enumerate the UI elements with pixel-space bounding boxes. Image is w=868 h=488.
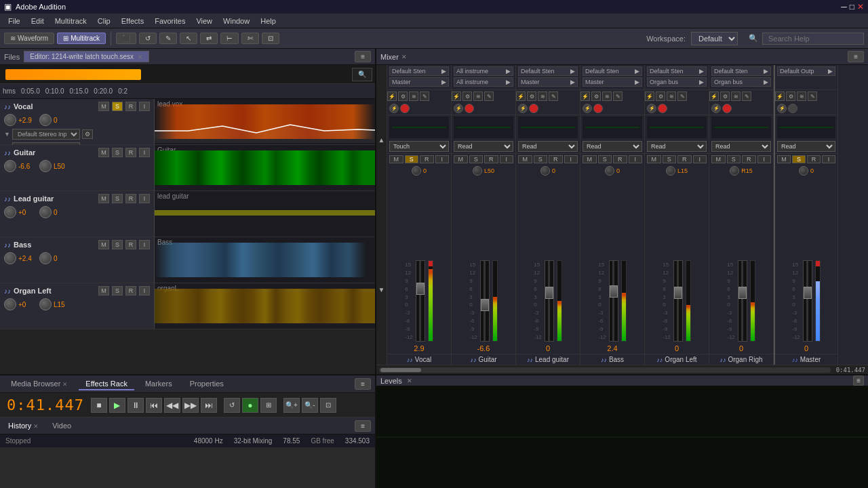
track-volume-knob[interactable] <box>4 160 16 172</box>
maximize-button[interactable]: □ <box>850 2 854 12</box>
zoom-fit-button[interactable]: ⬛ <box>116 33 136 44</box>
fx-pen-btn[interactable]: ✎ <box>484 92 494 101</box>
mixer-tab-close[interactable]: ✕ <box>401 54 407 60</box>
track-r-btn[interactable]: R <box>125 240 136 249</box>
sub-panel-menu-btn[interactable]: ≡ <box>355 420 371 432</box>
track-pan-knob[interactable] <box>39 160 52 172</box>
history-close[interactable]: ✕ <box>33 423 39 430</box>
fx-power-btn[interactable]: ⚡ <box>709 92 719 101</box>
tool-trim[interactable]: ⊢ <box>220 33 239 44</box>
route-bottom[interactable]: Master ▶ <box>583 77 642 87</box>
levels-tab-close[interactable]: ✕ <box>407 378 412 384</box>
overview-bar[interactable] <box>5 69 141 80</box>
track-pan-knob[interactable] <box>39 206 52 218</box>
fx-pen-btn[interactable]: ✎ <box>613 92 623 101</box>
workspace-select[interactable]: Default <box>691 32 738 45</box>
ch-m-btn[interactable]: M <box>454 155 468 163</box>
fx-eq-btn[interactable]: ≋ <box>409 92 418 101</box>
bottom-panel-menu-btn[interactable]: ≡ <box>355 378 371 390</box>
ch-r-btn[interactable]: R <box>613 155 627 163</box>
ch-s-btn[interactable]: S <box>792 155 806 163</box>
track-content-vocal[interactable]: lead vox <box>155 99 375 144</box>
track-i-btn[interactable]: I <box>139 148 150 157</box>
tab-effects-rack[interactable]: Effects Rack <box>79 378 134 390</box>
track-volume-knob[interactable] <box>4 114 16 126</box>
fx-gear-btn[interactable]: ⚙ <box>786 92 795 101</box>
automation-select[interactable]: Read <box>647 141 707 152</box>
pan-knob[interactable] <box>666 166 675 176</box>
track-m-btn[interactable]: M <box>98 148 109 157</box>
fx-gear-btn[interactable]: ⚙ <box>462 92 472 101</box>
menu-file[interactable]: File <box>3 16 26 26</box>
route-top[interactable]: Default Sten ▶ <box>647 66 707 76</box>
editor-tab[interactable]: Editor: 1214-write latch touch.sesx ✕ <box>24 51 149 62</box>
minimize-button[interactable]: ─ <box>841 2 847 12</box>
fx-eq-btn[interactable]: ≋ <box>538 92 547 101</box>
track-s-btn[interactable]: S <box>112 240 123 249</box>
tool-move[interactable]: ⇄ <box>200 33 218 44</box>
pan-knob[interactable] <box>412 166 421 176</box>
automation-select[interactable]: Read <box>518 141 578 152</box>
fx-gear-btn[interactable]: ⚙ <box>656 92 665 101</box>
fx-eq-btn[interactable]: ≋ <box>602 92 612 101</box>
menu-window[interactable]: Window <box>218 16 255 26</box>
scroll-down-btn[interactable]: ▼ <box>378 286 385 293</box>
play-btn[interactable]: ▶ <box>109 398 125 413</box>
fader-strip[interactable] <box>673 260 683 342</box>
send-power-btn[interactable]: ⚡ <box>777 104 787 113</box>
files-label[interactable]: Files <box>4 53 20 61</box>
prev-btn[interactable]: ⏮ <box>146 398 162 413</box>
zoom-fit-btn[interactable]: ⊡ <box>320 398 336 413</box>
send-power-btn[interactable]: ⚡ <box>454 104 463 113</box>
track-pan-knob[interactable] <box>39 252 52 264</box>
fx-eq-btn[interactable]: ≋ <box>667 92 676 101</box>
tab-properties[interactable]: Properties <box>183 378 231 390</box>
editor-collapse-btn[interactable]: ≡ <box>355 51 371 62</box>
pan-knob[interactable] <box>473 166 482 176</box>
mixer-menu-btn[interactable]: ≡ <box>848 51 864 62</box>
fader-strip[interactable] <box>609 260 618 342</box>
loop-btn[interactable]: ↺ <box>224 398 240 413</box>
track-m-btn[interactable]: M <box>98 194 109 203</box>
next-btn[interactable]: ⏭ <box>201 398 217 413</box>
track-content-lead[interactable]: lead guitar <box>155 191 375 237</box>
sub-tab-history[interactable]: History✕ <box>4 420 43 431</box>
fx-pen-btn[interactable]: ✎ <box>677 92 687 101</box>
route-bottom[interactable]: All instrume ▶ <box>454 77 513 87</box>
menu-help[interactable]: Help <box>255 16 281 26</box>
fx-power-btn[interactable]: ⚡ <box>387 92 397 101</box>
mixer-scrollbar[interactable] <box>379 367 831 373</box>
fx-pen-btn[interactable]: ✎ <box>420 92 429 101</box>
ch-b-btn[interactable]: I <box>564 155 578 163</box>
ch-b-btn[interactable]: I <box>822 155 835 163</box>
levels-menu-btn[interactable]: ≡ <box>853 375 864 386</box>
track-input-btn[interactable]: ⚙ <box>82 129 93 139</box>
ch-s-btn[interactable]: S <box>469 155 484 163</box>
scroll-up-btn[interactable]: ▲ <box>378 136 385 144</box>
route-bottom[interactable]: Organ bus ▶ <box>647 77 707 87</box>
fader-handle[interactable] <box>416 283 425 295</box>
fader-strip[interactable] <box>738 260 747 342</box>
track-volume-knob[interactable] <box>4 298 16 310</box>
ch-r-btn[interactable]: R <box>677 155 692 163</box>
track-content-guitar[interactable]: Guitar <box>155 145 375 190</box>
route-top[interactable]: Default Sten ▶ <box>518 66 578 76</box>
ch-r-btn[interactable]: R <box>742 155 756 163</box>
send-power-btn[interactable]: ⚡ <box>389 104 399 113</box>
route-bottom[interactable]: Master ▶ <box>389 77 449 87</box>
menu-edit[interactable]: Edit <box>26 16 50 26</box>
route-top[interactable]: Default Sten ▶ <box>711 66 771 76</box>
close-button[interactable]: ✕ <box>857 2 864 12</box>
search-input[interactable] <box>762 33 864 45</box>
route-bottom[interactable]: Master ▶ <box>518 77 578 87</box>
tab-markers[interactable]: Markers <box>138 378 179 390</box>
ch-s-btn[interactable]: S <box>663 155 677 163</box>
ch-m-btn[interactable]: M <box>711 155 726 163</box>
fader-strip[interactable] <box>803 260 812 342</box>
ch-b-btn[interactable]: I <box>500 155 514 163</box>
automation-select[interactable]: Read <box>583 141 642 152</box>
ch-b-btn[interactable]: I <box>693 155 707 163</box>
fx-gear-btn[interactable]: ⚙ <box>527 92 536 101</box>
punch-button[interactable]: ✎ <box>159 33 177 44</box>
route-top[interactable]: Default Sten ▶ <box>389 66 449 76</box>
